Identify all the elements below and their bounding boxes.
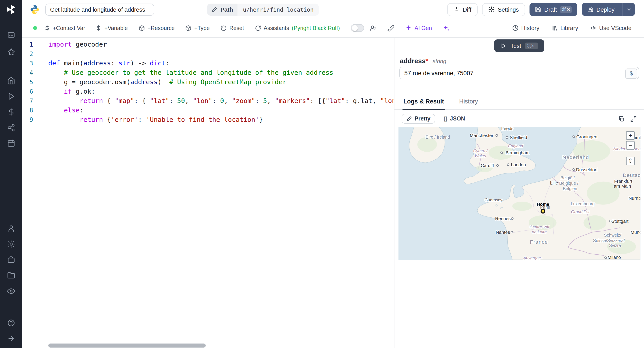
map-label: Belgique / xyxy=(559,181,578,186)
copy-icon[interactable] xyxy=(618,115,625,122)
deploy-dropdown-button[interactable] xyxy=(622,3,635,16)
home-icon[interactable] xyxy=(7,77,15,85)
result-actions xyxy=(618,115,637,122)
map-label: Guernsey xyxy=(484,198,502,202)
address-input[interactable] xyxy=(399,67,639,79)
map-label: Wales xyxy=(475,153,486,158)
reset-button[interactable]: Reset xyxy=(220,25,244,31)
map-label: Nürnberg xyxy=(628,196,640,201)
assistants-detail: (Pyright Black Ruff) xyxy=(292,25,340,31)
tab-logs-result[interactable]: Logs & Result xyxy=(402,95,445,110)
zoom-out-button[interactable]: − xyxy=(626,141,634,150)
deploy-button-group: Deploy xyxy=(582,3,635,16)
argument-type: string xyxy=(433,58,446,65)
json-view-button[interactable]: {} JSON xyxy=(444,116,465,122)
ai-sparkles-icon[interactable] xyxy=(443,24,450,32)
deploy-button[interactable]: Deploy xyxy=(582,3,620,16)
insert-variable-button[interactable]: $ xyxy=(625,68,637,79)
schedules-calendar-icon[interactable] xyxy=(7,139,15,147)
test-shortcut: ⌘↵ xyxy=(525,42,538,49)
result-map[interactable]: LeedsÉire / IrelandManchesterSheffieldEn… xyxy=(398,127,640,260)
assistants-button[interactable]: Assistants (Pyright Black Ruff) xyxy=(255,25,340,31)
path-control[interactable]: Path u/henri/find_location xyxy=(207,3,319,16)
expand-sidebar-arrow-icon[interactable] xyxy=(7,334,15,343)
map-label: France xyxy=(530,239,548,245)
city-dot xyxy=(497,164,499,166)
code-line[interactable]: 7 return { "map": { "lat": 50, "lon": 0,… xyxy=(22,96,394,106)
windmill-logo-icon[interactable] xyxy=(5,4,17,16)
argument-input-wrap: $ xyxy=(399,67,639,79)
pan-up-button[interactable]: ⇧ xyxy=(626,157,634,165)
editor-hscrollbar[interactable] xyxy=(48,343,206,347)
code-line[interactable]: 1import geocoder xyxy=(22,40,394,49)
ai-wand-icon xyxy=(405,25,412,31)
workspace-settings-gear-icon[interactable] xyxy=(7,240,15,248)
add-context-var-button[interactable]: +Context Var xyxy=(44,25,85,31)
test-button[interactable]: Test ⌘↵ xyxy=(494,39,544,52)
library-button[interactable]: Library xyxy=(551,25,578,31)
assistants-refresh-icon xyxy=(255,25,261,31)
users-icon[interactable] xyxy=(7,224,15,232)
history-button[interactable]: History xyxy=(512,25,539,31)
add-variable-button[interactable]: +Variable xyxy=(96,25,128,31)
line-number: 1 xyxy=(22,40,48,49)
deploy-icon xyxy=(587,6,593,13)
code-line[interactable]: 9 return {'error': 'Unable to find the l… xyxy=(22,115,394,124)
code-line[interactable]: 8 else: xyxy=(22,106,394,115)
line-number: 8 xyxy=(22,106,48,115)
favorites-star-icon[interactable] xyxy=(7,48,15,56)
code-line[interactable]: 3def main(address: str) -> dict: xyxy=(22,59,394,68)
audit-eye-icon[interactable] xyxy=(7,287,15,295)
python-language-icon xyxy=(30,4,40,15)
script-title-input[interactable] xyxy=(45,3,154,16)
map-label: Grand Est xyxy=(571,209,590,214)
code-line[interactable]: 6 if g.ok: xyxy=(22,87,394,96)
header-actions: Diff Settings Draft ⌘S Deploy xyxy=(447,3,635,16)
dollar-icon xyxy=(96,25,102,31)
pretty-view-button[interactable]: Pretty xyxy=(402,114,435,124)
add-type-button[interactable]: +Type xyxy=(185,25,210,31)
tab-history[interactable]: History xyxy=(458,95,479,109)
use-vscode-button[interactable]: Use VScode xyxy=(590,25,632,31)
ai-gen-button[interactable]: AI Gen xyxy=(405,25,432,31)
draft-button[interactable]: Draft ⌘S xyxy=(530,3,577,16)
path-value: u/henri/find_location xyxy=(238,3,319,16)
pen-icon xyxy=(406,116,412,121)
code-line[interactable]: 4 # Use geocoder to get the latitude and… xyxy=(22,68,394,77)
runs-play-icon[interactable] xyxy=(7,92,15,100)
reset-icon xyxy=(220,25,227,31)
multiplayer-toggle[interactable] xyxy=(350,24,364,32)
add-resource-button[interactable]: +Resource xyxy=(138,25,175,31)
package-icon xyxy=(185,25,192,31)
map-label: België / xyxy=(560,176,575,180)
code-line[interactable]: 5 g = geocoder.osm(address) # Using Open… xyxy=(22,77,394,87)
home-marker-icon[interactable] xyxy=(541,209,545,213)
braces-icon: {} xyxy=(444,116,448,122)
map-label: am Main xyxy=(614,184,631,189)
workers-briefcase-icon[interactable] xyxy=(7,256,15,264)
map-label: Belgien xyxy=(563,186,577,191)
map-label: Lille xyxy=(550,181,558,186)
folders-icon[interactable] xyxy=(7,271,15,279)
map-label: Leeds xyxy=(501,127,514,131)
status-dot xyxy=(33,26,37,30)
settings-button[interactable]: Settings xyxy=(482,3,525,16)
code-editor[interactable]: 1import geocoder2 3def main(address: str… xyxy=(22,38,394,348)
collaborators-icon[interactable] xyxy=(370,24,376,32)
apps-panel-icon[interactable] xyxy=(7,31,15,39)
map-label: London xyxy=(511,162,526,167)
expand-icon[interactable] xyxy=(630,115,637,122)
variables-dollar-icon[interactable] xyxy=(7,108,15,116)
format-brush-icon[interactable] xyxy=(387,24,394,32)
diff-button[interactable]: Diff xyxy=(447,3,478,16)
city-dot xyxy=(507,164,509,166)
header: Path u/henri/find_location Diff Settings… xyxy=(22,0,644,19)
resources-hub-icon[interactable] xyxy=(7,124,15,132)
line-number: 7 xyxy=(22,96,48,106)
help-icon[interactable] xyxy=(7,319,15,327)
run-panel: Test ⌘↵ address* string $ Logs & Result … xyxy=(394,38,644,348)
code-line[interactable]: 2 xyxy=(22,49,394,59)
map-label: Milano xyxy=(608,255,621,260)
zoom-in-button[interactable]: + xyxy=(626,131,634,140)
save-draft-icon xyxy=(535,6,541,13)
